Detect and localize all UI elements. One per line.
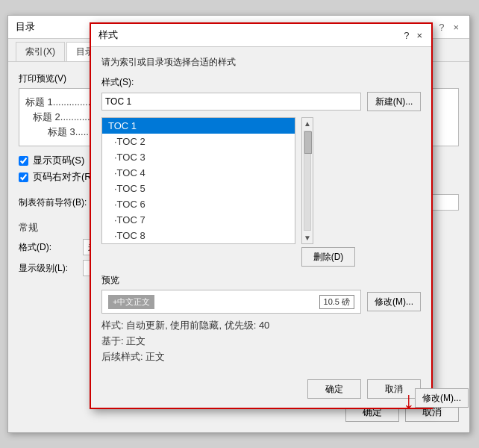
modal-close-button[interactable]: × <box>415 30 424 41</box>
style-list-row: TOC 1 ·TOC 2 ·TOC 3 ·TOC 4 ·TOC 5 ·TOC 6… <box>101 117 421 267</box>
modal-overlay: 样式 ? × 请为索引或目录项选择合适的样式 样式(S): 新建(N)... T… <box>0 0 479 448</box>
style-desc-line2: 基于: 正文 <box>101 334 421 349</box>
style-item-toc8[interactable]: ·TOC 8 <box>102 228 295 243</box>
style-item-toc2[interactable]: ·TOC 2 <box>102 134 295 149</box>
style-modal-body: 请为索引或目录项选择合适的样式 样式(S): 新建(N)... TOC 1 ·T… <box>91 47 431 373</box>
scrollbar-track <box>304 131 311 231</box>
preview-text: +中文正文 <box>108 295 154 309</box>
style-listbox[interactable]: TOC 1 ·TOC 2 ·TOC 3 ·TOC 4 ·TOC 5 ·TOC 6… <box>101 117 295 244</box>
modal-help-button[interactable]: ? <box>402 30 410 41</box>
modal-footer: 确定 取消 <box>91 373 431 408</box>
new-style-button[interactable]: 新建(N)... <box>367 92 421 111</box>
style-item-toc9[interactable]: ·TOC 9 <box>102 243 295 244</box>
style-input-row: 新建(N)... <box>101 92 421 111</box>
style-text-input[interactable] <box>101 93 361 111</box>
style-item-toc4[interactable]: ·TOC 4 <box>102 165 295 181</box>
scrollbar-thumb <box>304 131 312 154</box>
style-modal: 样式 ? × 请为索引或目录项选择合适的样式 样式(S): 新建(N)... T… <box>90 22 433 409</box>
style-item-toc6[interactable]: ·TOC 6 <box>102 196 295 212</box>
modify-bottom-button[interactable]: 修改(M)... <box>415 388 469 408</box>
delete-style-button[interactable]: 删除(D) <box>301 247 355 267</box>
preview-number-badge: 10.5 磅 <box>319 295 354 309</box>
scroll-up-icon[interactable]: ▲ <box>302 118 313 129</box>
modal-controls: ? × <box>402 30 424 41</box>
preview-label: 预览 <box>101 274 421 287</box>
preview-modify-button[interactable]: 修改(M)... <box>367 292 421 311</box>
modal-description: 请为索引或目录项选择合适的样式 <box>101 56 421 69</box>
preview-section: 预览 +中文正文 10.5 磅 修改(M)... 样式: 自动更新, 使用前隐藏… <box>101 274 421 364</box>
style-item-toc5[interactable]: ·TOC 5 <box>102 181 295 196</box>
style-modal-titlebar: 样式 ? × <box>91 24 431 47</box>
style-description: 样式: 自动更新, 使用前隐藏, 优先级: 40 基于: 正文 后续样式: 正文 <box>101 318 421 364</box>
style-item-toc3[interactable]: ·TOC 3 <box>102 149 295 165</box>
modal-cancel-button[interactable]: 取消 <box>367 379 421 399</box>
listbox-scrollbar[interactable]: ▲ ▼ <box>301 117 313 244</box>
style-desc-line1: 样式: 自动更新, 使用前隐藏, 优先级: 40 <box>101 318 421 334</box>
style-label: 样式(S): <box>101 76 421 89</box>
preview-box: +中文正文 10.5 磅 <box>101 290 361 314</box>
style-item-toc7[interactable]: ·TOC 7 <box>102 212 295 228</box>
style-modal-title: 样式 <box>98 28 118 42</box>
scroll-down-icon[interactable]: ▼ <box>302 232 313 243</box>
modal-ok-button[interactable]: 确定 <box>307 379 361 399</box>
style-item-toc1[interactable]: TOC 1 <box>102 118 295 134</box>
style-desc-line3: 后续样式: 正文 <box>101 349 421 365</box>
